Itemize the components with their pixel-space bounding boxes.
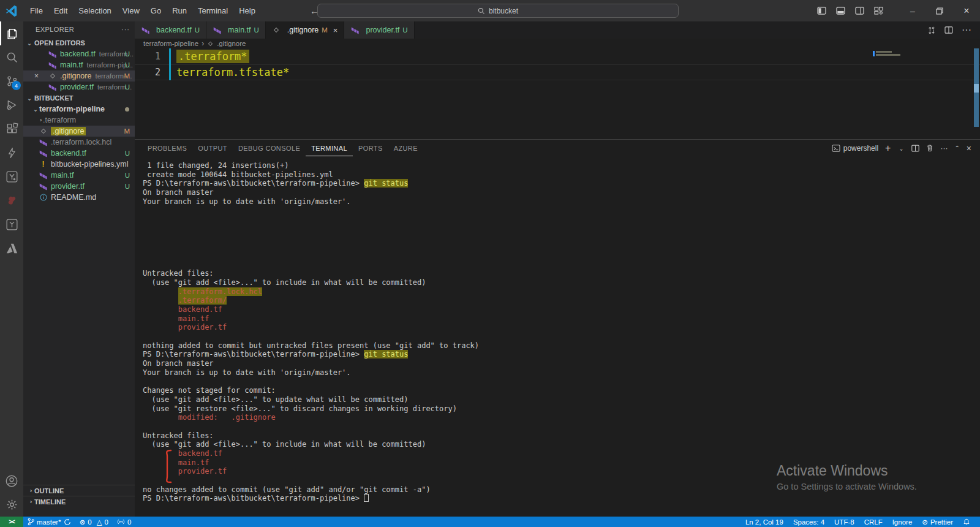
problems-indicator[interactable]: ⊗0 △0 [75,517,113,527]
thunder-client-icon[interactable] [0,141,23,165]
new-terminal-icon[interactable]: + [885,143,891,154]
tree-item-provider.tf[interactable]: provider.tfU [23,181,135,192]
tab-label: provider.tf [366,26,399,34]
formatter-indicator[interactable]: ⊘Prettier [917,517,958,527]
explorer-more-actions-icon[interactable]: ··· [121,26,130,33]
tree-item-main.tf[interactable]: main.tfU [23,170,135,181]
language-mode[interactable]: Ignore [888,517,918,527]
toggle-secondary-sidebar-icon[interactable] [855,7,864,15]
tab-provider.tf[interactable]: provider.tfU [344,21,414,39]
notifications-bell[interactable] [958,517,975,527]
terminal-dropdown-icon[interactable]: ⌄ [897,145,905,152]
toggle-panel-icon[interactable] [836,7,845,15]
panel-tab-debug-console[interactable]: DEBUG CONSOLE [233,140,306,156]
tree-item-.terraform[interactable]: ⌄.terraform [23,115,135,126]
terraform-box-icon[interactable] [0,213,23,237]
menu-run[interactable]: Run [167,0,192,21]
diamond-icon [39,127,48,136]
indentation[interactable]: Spaces: 4 [788,517,829,527]
editor-scrollbar[interactable] [974,48,979,127]
tab-git-badge: U [195,26,200,34]
minimize-button[interactable]: – [899,0,926,21]
eol-sequence[interactable]: CRLF [859,517,888,527]
panel-tab-problems[interactable]: PROBLEMS [142,140,192,156]
branch-indicator[interactable]: master* [23,517,75,527]
timeline-section-header[interactable]: ⌄ TIMELINE [23,496,135,507]
split-terminal-icon[interactable] [911,145,919,152]
close-editor-icon[interactable]: × [34,72,39,80]
extensions-icon[interactable] [0,117,23,141]
menu-help[interactable]: Help [233,0,261,21]
encoding[interactable]: UTF-8 [829,517,859,527]
run-debug-icon[interactable] [0,93,23,117]
code-line-1[interactable]: 1.terraform* [135,48,980,64]
source-control-icon[interactable]: 4 [0,69,23,93]
menu-edit[interactable]: Edit [48,0,73,21]
restore-button[interactable] [926,0,953,21]
tree-item-.gitignore[interactable]: .gitignoreM [23,126,135,137]
editor-more-actions-icon[interactable]: ··· [962,25,971,36]
close-panel-icon[interactable]: × [967,143,971,153]
panel-tab-terminal[interactable]: TERMINAL [306,140,353,156]
diamond-icon [48,72,57,81]
terraform-ext-icon[interactable] [0,165,23,189]
tree-item-README.md[interactable]: README.md [23,192,135,203]
breadcrumb[interactable]: terraform-pipeline › .gitignore [135,39,980,48]
split-editor-icon[interactable] [944,26,953,34]
customize-layout-icon[interactable] [874,7,883,15]
settings-gear-icon[interactable] [0,493,23,517]
open-editors-header[interactable]: ⌄OPEN EDITORS [23,37,135,48]
cursor-position[interactable]: Ln 2, Col 19 [741,517,788,527]
tree-item-bitbucket-pipelines.yml[interactable]: !bitbucket-pipelines.yml [23,159,135,170]
open-editor-main.tf[interactable]: main.tfterraform-pip...U [23,59,135,70]
line-number: 1 [135,51,169,62]
panel-tab-azure[interactable]: AZURE [388,140,423,156]
panel-tab-output[interactable]: OUTPUT [192,140,233,156]
panel-more-actions-icon[interactable]: ··· [940,144,948,153]
terraform-icon [213,26,222,35]
tree-item-.terraform.lock.hcl[interactable]: .terraform.lock.hcl [23,137,135,148]
tab-.gitignore[interactable]: .gitignoreM× [266,21,345,39]
tab-close-icon[interactable]: × [333,26,338,35]
tree-item-backend.tf[interactable]: backend.tfU [23,148,135,159]
toggle-sidebar-icon[interactable] [817,7,826,15]
menu-file[interactable]: File [24,0,48,21]
terminal-output[interactable]: 1 file changed, 24 insertions(+) create … [135,156,980,517]
terraform-icon [48,61,57,70]
open-changes-icon[interactable] [927,26,936,34]
tab-main.tf[interactable]: main.tfU [206,21,266,39]
search-icon[interactable] [0,45,23,69]
maximize-panel-icon[interactable]: ⌃ [954,145,959,151]
menu-selection[interactable]: Selection [73,0,116,21]
command-center[interactable]: bitbucket [317,4,679,18]
menu-terminal[interactable]: Terminal [192,0,233,21]
bitbucket-section-header[interactable]: ⌄BITBUCKET [23,93,135,104]
explorer-icon[interactable] [0,21,23,45]
kill-terminal-icon[interactable] [926,144,933,152]
tab-backend.tf[interactable]: backend.tfU [135,21,206,39]
open-editor-backend.tf[interactable]: backend.tfterraform...U [23,48,135,59]
close-window-button[interactable]: × [953,0,980,21]
terminal-line: .terraform.lock.hcl [143,287,980,297]
accounts-icon[interactable] [0,469,23,493]
open-editor-.gitignore[interactable]: ×.gitignoreterraform-...M [23,70,135,82]
terminal-instance-label[interactable]: powershell [832,144,878,153]
breadcrumb-folder[interactable]: terraform-pipeline [143,40,198,47]
breadcrumb-file[interactable]: .gitignore [217,40,246,47]
panel-tab-ports[interactable]: PORTS [353,140,388,156]
bitbucket-ext-icon[interactable] [0,189,23,213]
code-editor[interactable]: 1.terraform*2terraform.tfstate* [135,48,980,139]
terminal-line [143,251,980,260]
terminal-cursor [364,494,369,502]
ports-indicator[interactable]: 0 [113,517,135,527]
terminal-line: Your branch is up to date with 'origin/m… [143,368,980,377]
remote-indicator[interactable]: >< [0,517,23,527]
outline-section-header[interactable]: ⌄ OUTLINE [23,485,135,496]
azure-icon[interactable] [0,237,23,260]
terminal-line [143,206,980,215]
menu-view[interactable]: View [117,0,145,21]
code-line-2[interactable]: 2terraform.tfstate* [135,64,980,80]
tree-item-terraform-pipeline[interactable]: ⌄terraform-pipeline [23,104,135,115]
open-editor-provider.tf[interactable]: provider.tfterraform...U [23,82,135,93]
menu-go[interactable]: Go [145,0,167,21]
